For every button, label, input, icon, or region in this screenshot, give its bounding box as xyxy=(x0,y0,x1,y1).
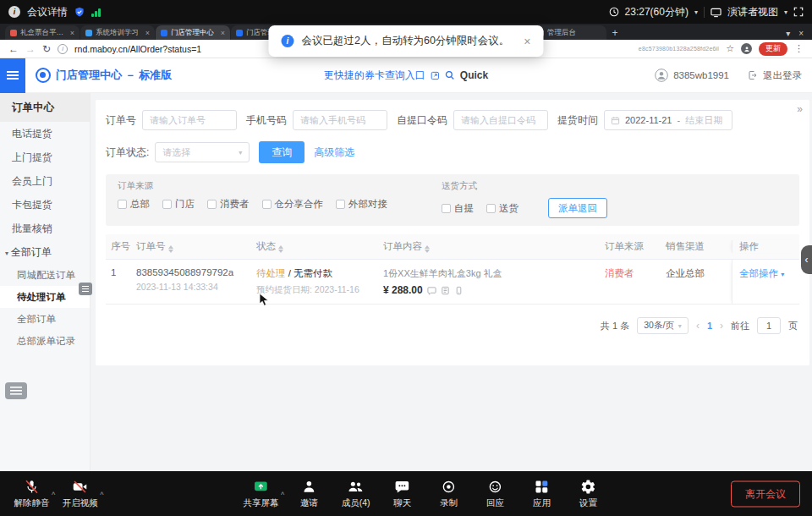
all-actions-dropdown[interactable]: 全部操作 xyxy=(739,268,778,278)
search-button[interactable]: 查询 xyxy=(259,141,304,163)
browser-tab[interactable]: 系统培训学习 × xyxy=(80,25,155,40)
sidebar-item-batch-verify[interactable]: 批量核销 xyxy=(0,217,90,240)
site-info-icon[interactable]: i xyxy=(58,44,68,54)
tab-close-icon[interactable]: × xyxy=(221,29,225,37)
page-size-select[interactable]: 30条/页 ▾ xyxy=(637,317,689,334)
browser-menu-icon[interactable]: ⋮ xyxy=(794,43,804,54)
chat-button[interactable]: 聊天 xyxy=(379,479,425,509)
forward-icon[interactable]: → xyxy=(25,43,36,55)
date-range-picker[interactable]: 2022-11-21 - 结束日期 xyxy=(604,110,732,130)
checkbox-consumer[interactable]: 消费者 xyxy=(207,198,250,211)
video-options-caret[interactable]: ^ xyxy=(100,491,103,499)
timer-caret-icon[interactable]: ▾ xyxy=(694,8,698,16)
current-page[interactable]: 1 xyxy=(707,321,712,331)
sidebar-group-all-orders[interactable]: ▾全部订单 xyxy=(0,240,90,264)
order-no-input[interactable] xyxy=(142,110,237,130)
checkbox-hq[interactable]: 总部 xyxy=(118,198,150,211)
date-end-placeholder[interactable]: 结束日期 xyxy=(685,114,722,127)
view-caret-icon[interactable]: ▾ xyxy=(784,8,787,16)
sort-icon[interactable] xyxy=(278,245,283,254)
checkbox-icon[interactable] xyxy=(486,204,496,213)
checkbox-icon[interactable] xyxy=(207,200,217,209)
checkbox-self-pickup[interactable]: 自提 xyxy=(442,202,474,215)
record-button[interactable]: 录制 xyxy=(425,479,472,509)
sidebar-item-all-orders[interactable]: 全部订单 xyxy=(0,308,90,330)
sidebar-item-door-pickup[interactable]: 上门提货 xyxy=(0,145,90,169)
toast-close-icon[interactable]: × xyxy=(524,35,530,48)
checkbox-delivery[interactable]: 送货 xyxy=(486,202,518,215)
task-list-icon[interactable] xyxy=(5,382,27,399)
collapse-panel-icon[interactable]: » xyxy=(797,103,803,115)
sidebar-item-hq-dispatch-log[interactable]: 总部派单记录 xyxy=(0,330,90,352)
mobile-phone-icon[interactable] xyxy=(454,286,464,295)
window-close-icon[interactable]: × xyxy=(798,29,804,38)
tab-search-caret-icon[interactable]: ▾ xyxy=(786,29,790,38)
dispatch-return-button[interactable]: 派单退回 xyxy=(548,198,607,218)
search-icon[interactable] xyxy=(445,70,455,80)
sidebar-item-member-visit[interactable]: 会员上门 xyxy=(0,169,90,193)
unmute-button[interactable]: 解除静音 xyxy=(8,479,55,509)
checkbox-store[interactable]: 门店 xyxy=(162,198,195,211)
tab-close-icon[interactable]: × xyxy=(145,29,150,37)
apps-button[interactable]: 应用 xyxy=(518,479,565,509)
checkbox-icon[interactable] xyxy=(162,200,172,209)
browser-tab-active[interactable]: 门店管理中心 × xyxy=(156,25,230,40)
sidebar-item-pending-orders[interactable]: 待处理订单 xyxy=(0,286,90,308)
sidebar-item-city-delivery[interactable]: 同城配送订单 xyxy=(0,264,90,286)
checkbox-icon[interactable] xyxy=(442,204,451,213)
sidebar-item-card-pickup[interactable]: 卡包提货 xyxy=(0,193,90,217)
tab-close-icon[interactable]: × xyxy=(70,29,74,37)
checkbox-icon[interactable] xyxy=(118,200,127,209)
checkbox-icon[interactable] xyxy=(262,200,272,209)
new-tab-button[interactable]: + xyxy=(607,25,623,40)
coupon-query-link[interactable]: 更快捷的券卡查询入口 xyxy=(324,69,425,83)
browser-tab[interactable]: 礼盒票台平台管理中心 × xyxy=(5,25,80,40)
user-avatar-icon[interactable] xyxy=(655,69,668,82)
view-mode-button[interactable]: 演讲者视图 xyxy=(727,5,778,19)
members-button[interactable]: 成员(4) xyxy=(332,479,379,509)
bookmark-star-icon[interactable]: ☆ xyxy=(726,43,734,54)
chevron-down-icon[interactable]: ▾ xyxy=(781,271,784,278)
share-options-caret[interactable]: ^ xyxy=(281,491,284,499)
url-text[interactable]: rnd.maboy.cn/AllOrder?status=1 xyxy=(74,44,201,54)
browser-profile-avatar[interactable] xyxy=(741,43,752,54)
checkbox-icon[interactable] xyxy=(336,200,345,209)
col-content[interactable]: 订单内容 xyxy=(383,240,605,254)
checkbox-share-coop[interactable]: 仓分享合作 xyxy=(262,198,324,211)
external-link-icon[interactable] xyxy=(431,71,440,80)
goto-page-input[interactable] xyxy=(757,317,781,334)
order-detail-icon[interactable] xyxy=(441,286,450,295)
mic-options-caret[interactable]: ^ xyxy=(52,491,55,499)
sort-icon[interactable] xyxy=(168,245,173,254)
back-icon[interactable]: ← xyxy=(8,43,19,55)
phone-input[interactable] xyxy=(293,110,387,130)
username[interactable]: 8385wb1991 xyxy=(673,70,729,80)
leave-meeting-button[interactable]: 离开会议 xyxy=(731,480,800,507)
order-status-select[interactable]: 请选择 ▾ xyxy=(155,142,250,162)
remark-bubble-icon[interactable] xyxy=(427,286,436,295)
invite-button[interactable]: 邀请 xyxy=(286,479,332,509)
date-start-value[interactable]: 2022-11-21 xyxy=(625,115,672,125)
sidebar-item-phone-pickup[interactable]: 电话提货 xyxy=(0,122,90,145)
settings-button[interactable]: 设置 xyxy=(565,479,612,509)
start-video-button[interactable]: 开启视频 xyxy=(57,479,103,509)
sort-icon[interactable] xyxy=(425,245,430,254)
quick-search-label[interactable]: Quick xyxy=(460,69,488,81)
order-number[interactable]: 83859345088979792a xyxy=(136,267,256,277)
sidebar-drag-handle-icon[interactable] xyxy=(79,283,92,295)
logout-button[interactable]: 退出登录 xyxy=(763,69,802,82)
reactions-button[interactable]: 回应 xyxy=(472,479,518,509)
meeting-details-button[interactable]: 会议详情 xyxy=(27,5,68,19)
logout-icon[interactable] xyxy=(748,70,758,80)
col-status[interactable]: 状态 xyxy=(256,240,383,254)
advanced-filter-link[interactable]: 高级筛选 xyxy=(314,145,354,160)
checkbox-external[interactable]: 外部对接 xyxy=(336,198,387,211)
sidebar-toggle-button[interactable] xyxy=(0,58,25,93)
next-page-icon[interactable]: › xyxy=(720,320,723,332)
chrome-update-button[interactable]: 更新 xyxy=(759,42,787,56)
fullscreen-icon[interactable] xyxy=(793,7,804,17)
refresh-icon[interactable]: ↻ xyxy=(42,43,51,55)
pickup-code-input[interactable] xyxy=(453,110,548,130)
share-screen-button[interactable]: 共享屏幕 xyxy=(238,479,284,509)
col-order-no[interactable]: 订单号 xyxy=(136,240,256,254)
